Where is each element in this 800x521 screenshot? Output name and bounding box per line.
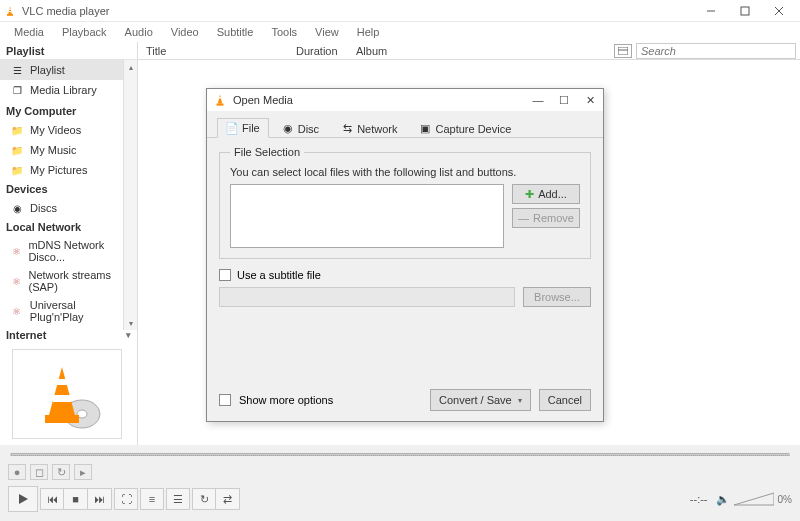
sidebar-item-playlist[interactable]: ☰ Playlist: [0, 60, 137, 80]
svg-rect-10: [56, 379, 68, 385]
sidebar-item-discs[interactable]: ◉Discs: [0, 198, 137, 218]
dialog-title: Open Media: [233, 94, 531, 106]
sidebar-item-label: My Videos: [30, 124, 81, 136]
file-selection-legend: File Selection: [230, 146, 304, 158]
folder-icon: 📁: [10, 143, 24, 157]
show-more-label: Show more options: [239, 394, 333, 406]
dialog-maximize-button[interactable]: ☐: [557, 94, 571, 107]
next-button[interactable]: ⏭: [88, 488, 112, 510]
sidebar-item-label: Discs: [30, 202, 57, 214]
sidebar-header: Playlist: [0, 42, 137, 60]
folder-icon: 📁: [10, 123, 24, 137]
show-more-checkbox[interactable]: [219, 394, 231, 406]
menu-help[interactable]: Help: [349, 24, 388, 40]
capture-icon: ▣: [419, 123, 431, 135]
tab-capture[interactable]: ▣Capture Device: [410, 118, 520, 138]
menubar: Media Playback Audio Video Subtitle Tool…: [0, 22, 800, 42]
tab-file[interactable]: 📄File: [217, 118, 269, 138]
network-icon: ⇆: [341, 123, 353, 135]
seek-groove[interactable]: [10, 453, 790, 456]
loop-a-b-button[interactable]: ↻: [52, 464, 70, 480]
menu-audio[interactable]: Audio: [117, 24, 161, 40]
menu-tools[interactable]: Tools: [263, 24, 305, 40]
folder-icon: 📁: [10, 163, 24, 177]
close-button[interactable]: [762, 0, 796, 22]
svg-rect-1: [9, 8, 11, 9]
remove-button[interactable]: —Remove: [512, 208, 580, 228]
prev-button[interactable]: ⏮: [40, 488, 64, 510]
playlist-toggle-button[interactable]: ☰: [166, 488, 190, 510]
subtitle-path-input: [219, 287, 515, 307]
chevron-down-icon: ▾: [518, 396, 522, 405]
sidebar-item-my-videos[interactable]: 📁My Videos: [0, 120, 137, 140]
svg-rect-4: [741, 7, 749, 15]
snapshot-button[interactable]: ◻: [30, 464, 48, 480]
fullscreen-button[interactable]: ⛶: [114, 488, 138, 510]
column-title[interactable]: Title: [138, 45, 288, 57]
sidebar-item-my-music[interactable]: 📁My Music: [0, 140, 137, 160]
sidebar-item-upnp[interactable]: ⚛Universal Plug'n'Play: [0, 296, 137, 326]
menu-media[interactable]: Media: [6, 24, 52, 40]
sidebar-scrollbar[interactable]: ▴ ▾: [123, 60, 137, 330]
scroll-up-icon[interactable]: ▴: [124, 60, 138, 74]
menu-video[interactable]: Video: [163, 24, 207, 40]
column-album[interactable]: Album: [348, 45, 395, 57]
maximize-button[interactable]: [728, 0, 762, 22]
file-list[interactable]: [230, 184, 504, 248]
sidebar-item-sap[interactable]: ⚛Network streams (SAP): [0, 266, 137, 296]
scroll-down-icon[interactable]: ▾: [124, 316, 138, 330]
disc-icon: ◉: [10, 201, 24, 215]
convert-label: Convert / Save: [439, 394, 512, 406]
sidebar-group-my-computer[interactable]: My Computer: [0, 102, 137, 120]
menu-playback[interactable]: Playback: [54, 24, 115, 40]
menu-view[interactable]: View: [307, 24, 347, 40]
stop-button[interactable]: ■: [64, 488, 88, 510]
cancel-button[interactable]: Cancel: [539, 389, 591, 411]
dialog-minimize-button[interactable]: —: [531, 94, 545, 107]
time-display[interactable]: --:--: [684, 493, 714, 505]
search-input[interactable]: [636, 43, 796, 59]
view-toggle-button[interactable]: [614, 44, 632, 58]
sidebar-item-label: My Music: [30, 144, 76, 156]
subtitle-checkbox[interactable]: [219, 269, 231, 281]
menu-subtitle[interactable]: Subtitle: [209, 24, 262, 40]
sidebar: Playlist ☰ Playlist ❐ Media Library My C…: [0, 42, 138, 445]
volume-percent: 0%: [778, 494, 792, 505]
frame-step-button[interactable]: ▸: [74, 464, 92, 480]
file-selection-hint: You can select local files with the foll…: [230, 166, 580, 178]
sidebar-item-mdns[interactable]: ⚛mDNS Network Disco...: [0, 236, 137, 266]
dialog-titlebar[interactable]: Open Media — ☐ ✕: [207, 89, 603, 111]
sidebar-group-label: Internet: [6, 329, 46, 341]
dialog-close-button[interactable]: ✕: [583, 94, 597, 107]
net-icon: ⚛: [10, 304, 24, 318]
tab-disc[interactable]: ◉Disc: [273, 118, 328, 138]
sidebar-item-media-library[interactable]: ❐ Media Library: [0, 80, 137, 100]
browse-button[interactable]: Browse...: [523, 287, 591, 307]
svg-rect-14: [217, 104, 224, 106]
seek-bar[interactable]: [0, 445, 800, 463]
sidebar-group-local-network[interactable]: Local Network: [0, 218, 137, 236]
sidebar-group-internet[interactable]: Internet▾: [0, 326, 137, 344]
list-icon: ☰: [10, 63, 24, 77]
disc-icon: ◉: [282, 123, 294, 135]
extended-settings-button[interactable]: ≡: [140, 488, 164, 510]
sidebar-item-my-pictures[interactable]: 📁My Pictures: [0, 160, 137, 180]
library-icon: ❐: [10, 83, 24, 97]
loop-button[interactable]: ↻: [192, 488, 216, 510]
sidebar-item-label: My Pictures: [30, 164, 87, 176]
convert-save-button[interactable]: Convert / Save▾: [430, 389, 531, 411]
play-button[interactable]: [8, 486, 38, 512]
add-button[interactable]: ✚Add...: [512, 184, 580, 204]
volume-slider[interactable]: [734, 491, 774, 507]
tab-network[interactable]: ⇆Network: [332, 118, 406, 138]
tab-label: File: [242, 122, 260, 134]
vlc-cone-icon: [213, 93, 227, 107]
mute-icon[interactable]: 🔈: [716, 493, 730, 506]
sidebar-group-devices[interactable]: Devices: [0, 180, 137, 198]
column-duration[interactable]: Duration: [288, 45, 348, 57]
svg-rect-11: [53, 395, 71, 402]
shuffle-button[interactable]: ⇄: [216, 488, 240, 510]
record-button[interactable]: ●: [8, 464, 26, 480]
svg-rect-2: [9, 11, 12, 12]
minimize-button[interactable]: [694, 0, 728, 22]
